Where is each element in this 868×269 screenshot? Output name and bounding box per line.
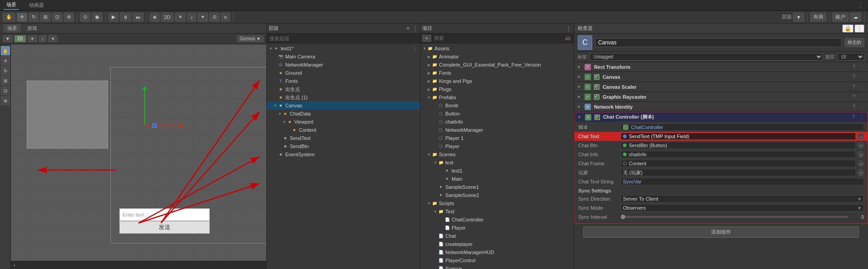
layers-menu[interactable]: ▼ <box>793 13 804 22</box>
scene-view-tab[interactable]: 场景 <box>4 24 21 33</box>
list-item[interactable]: ▼ 📁 test <box>420 159 574 167</box>
list-item[interactable]: ▶ ⊙ NetworkManager <box>267 61 420 69</box>
rect-transform-menu[interactable]: ⋮ <box>859 64 865 70</box>
network-identity-menu[interactable]: ⋮ <box>859 104 865 110</box>
project-menu-btn[interactable]: ⋮ <box>566 25 572 32</box>
object-name-input[interactable] <box>595 38 842 47</box>
list-item[interactable]: ▶ ⬡ Player <box>420 142 574 150</box>
list-item[interactable]: ▶ 📁 Complete_GUI_Essential_Pack_Free_Ver… <box>420 61 574 69</box>
list-item[interactable]: ▶ 📁 Fonts <box>420 69 574 77</box>
list-item[interactable]: ▶ ✦ SampleScene2 <box>420 191 574 199</box>
chat-controller-enabled[interactable] <box>594 115 600 120</box>
network-identity-info[interactable]: ? <box>851 104 857 110</box>
hand-tool-left[interactable]: ✋ <box>1 46 10 55</box>
list-item[interactable]: ▶ ■ Content <box>267 126 420 134</box>
transform-tool-left[interactable]: ⊛ <box>1 96 10 105</box>
chat-info-picker[interactable]: ◎ <box>858 151 864 158</box>
rect-tool-left[interactable]: ⊡ <box>1 86 10 95</box>
graphic-raycaster-enabled[interactable] <box>594 94 599 100</box>
prop-value-chat-frame[interactable]: Content <box>621 160 856 167</box>
prop-value-chat-text[interactable]: SendText (TMP Input Field) <box>621 133 856 140</box>
scale-tool-left[interactable]: ⊞ <box>1 76 10 85</box>
rect-transform-component[interactable]: ▼ T Rect Transform ? ⋮ <box>574 62 868 72</box>
list-item[interactable]: ▶ ⬡ Button <box>420 110 574 118</box>
list-item[interactable]: ▶ ■ 出生点 <box>267 85 420 93</box>
fx-btn[interactable]: ✦ <box>198 13 208 22</box>
list-item[interactable]: ▶ ✦ SampleScene1 <box>420 183 574 191</box>
window-menu[interactable]: ⋮ <box>857 1 864 10</box>
audio-btn[interactable]: ♪ <box>187 13 196 22</box>
scene-audio-btn[interactable]: ♪ <box>39 35 47 42</box>
sync-interval-slider[interactable] <box>621 216 849 218</box>
prop-value-chat-btn[interactable]: SendBtn (Button) <box>621 142 856 149</box>
list-item[interactable]: ▶ 📄 Chat <box>420 232 574 240</box>
hierarchy-menu-btn[interactable]: ⋮ <box>412 25 418 32</box>
graphic-raycaster-menu[interactable]: ⋮ <box>859 94 865 100</box>
layer-select[interactable]: UI <box>837 53 864 61</box>
collab-btn[interactable]: ☁ <box>850 13 861 22</box>
move-tool[interactable]: ✛ <box>17 13 27 22</box>
inspector-static-btn[interactable]: 静态的 <box>844 38 864 47</box>
tag-select[interactable]: Untagged <box>590 53 823 61</box>
inspector-lock-btn[interactable]: 🔒 <box>842 24 854 33</box>
chat-controller-info[interactable]: ? <box>850 114 857 120</box>
transform-tool[interactable]: ⊛ <box>64 13 74 22</box>
step-btn[interactable]: ⏭ <box>132 13 144 22</box>
list-item[interactable]: ▶ 📷 Main Camera <box>267 53 420 61</box>
list-item[interactable]: ▶ 📄 NetworkManagerHUD <box>420 248 574 256</box>
list-item[interactable]: ▶ 📄 Player <box>420 224 574 232</box>
pivot-btn[interactable]: ⊙ <box>80 13 90 22</box>
scene-fx-btn[interactable]: ✦ <box>48 35 57 42</box>
chat-btn-picker[interactable]: ◎ <box>858 142 864 149</box>
canvas-menu[interactable]: ⋮ <box>859 74 865 80</box>
list-item[interactable]: ▶ 📁 Plugs <box>420 85 574 93</box>
list-item[interactable]: ▶ ■ SendBtn <box>267 142 420 150</box>
chat-controller-component[interactable]: ▼ S Chat Controller (脚本) ? ⋮ <box>574 112 868 122</box>
project-add-btn[interactable]: + <box>422 35 431 42</box>
list-item[interactable]: ▶ ■ 出生点 (1) <box>267 93 420 101</box>
rotate-tool[interactable]: ↻ <box>28 13 39 22</box>
chat-controller-menu[interactable]: ⋮ <box>859 114 865 120</box>
list-item[interactable]: ▼ 📁 Prefabs <box>420 93 574 101</box>
list-item[interactable]: ▼ ■ Canvas <box>267 101 420 110</box>
prop-script-link[interactable]: ChatController <box>631 125 663 130</box>
gizmos-btn[interactable]: ⊙ <box>209 13 220 22</box>
list-item[interactable]: ▶ ■ EventSystem <box>267 150 420 159</box>
list-item[interactable]: ▼ 📁 Scripts <box>420 199 574 207</box>
project-search-input[interactable] <box>431 34 564 43</box>
canvas-info[interactable]: ? <box>851 74 857 80</box>
canvas-component[interactable]: ▼ ✓ Canvas ? ⋮ <box>574 72 868 82</box>
inspector-scroll-area[interactable]: C 静态的 标签 Untagged 图层 UI ▼ T Rect Tr <box>574 34 868 269</box>
animator-tab[interactable]: 动画器 <box>26 1 47 10</box>
chat-frame-picker[interactable]: ◎ <box>858 160 864 167</box>
list-item[interactable]: ▼ 📁 Assets <box>420 44 574 53</box>
canvas-scaler-enabled[interactable] <box>594 84 599 90</box>
list-item[interactable]: ▶ ■ SendText <box>267 134 420 142</box>
play-btn[interactable]: ▶ <box>108 13 118 22</box>
list-item[interactable]: ▼ ■ ChatData <box>267 110 420 118</box>
sync-interval-thumb[interactable] <box>621 215 625 219</box>
canvas-scaler-component[interactable]: ▼ ✓ Canvas Scaler ? ⋮ <box>574 82 868 92</box>
list-item[interactable]: ▼ 📁 Scenes <box>420 150 574 159</box>
list-item[interactable]: ▶ ⬡ Player 1 <box>420 134 574 142</box>
scale-tool[interactable]: ⊞ <box>40 13 51 22</box>
list-item[interactable]: ▶ ⬡ chatInfo <box>420 118 574 126</box>
list-item[interactable]: ▶ 📁 Animator <box>420 53 574 61</box>
2d-mode-btn[interactable]: 2D <box>161 13 174 22</box>
list-item[interactable]: ▶ 📄 createplayer <box>420 240 574 248</box>
sync-mode-value[interactable]: Observers ▼ <box>621 204 864 211</box>
2d-toggle-btn[interactable]: 2D <box>14 35 26 42</box>
canvas-scaler-menu[interactable]: ⋮ <box>859 84 865 90</box>
list-item[interactable]: ▶ 📄 Scence <box>420 264 574 269</box>
rect-tool[interactable]: ⊡ <box>52 13 62 22</box>
list-item[interactable]: ▶ ■ Ground <box>267 69 420 77</box>
graphic-raycaster-component[interactable]: ▼ ✓ Graphic Raycaster ? ⋮ <box>574 92 868 102</box>
rect-transform-info[interactable]: ? <box>851 64 857 70</box>
account-btn[interactable]: 账户 <box>832 13 849 22</box>
list-item[interactable]: ▶ 📄 ChatController <box>420 216 574 224</box>
prop-value-player[interactable]: 无 (玩家) <box>621 169 856 176</box>
scene-tab[interactable]: 场景 <box>4 0 19 10</box>
light-btn[interactable]: ☀ <box>175 13 186 22</box>
sync-direction-value[interactable]: Server To Client ▼ <box>621 195 864 202</box>
list-item[interactable]: ▼ ✦ test1* ⋮ <box>267 44 420 53</box>
